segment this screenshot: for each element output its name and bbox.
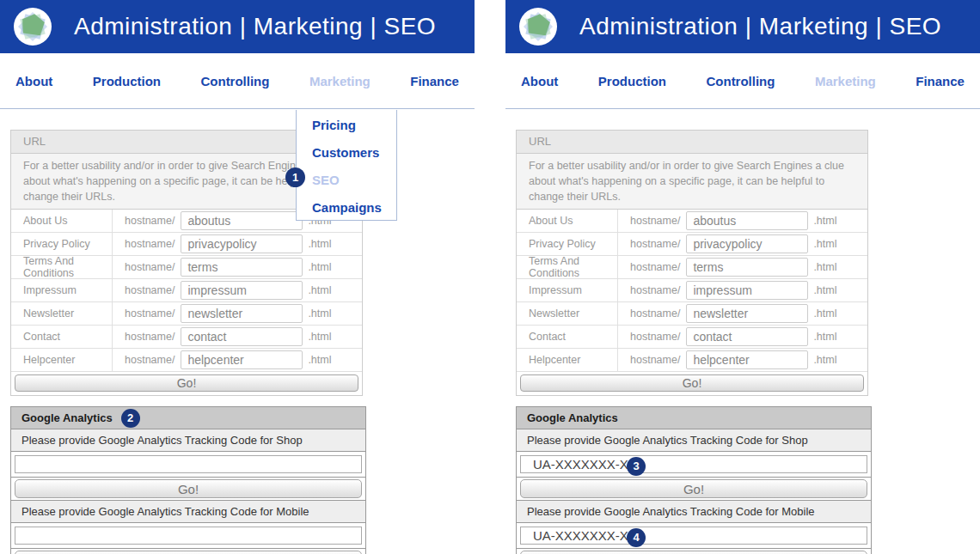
nav-item-marketing[interactable]: Marketing — [815, 74, 876, 88]
hostname-prefix: hostname/ — [630, 331, 680, 343]
shop-go-button[interactable]: Go! — [15, 479, 362, 498]
table-row: Contact hostname/ .html — [517, 326, 867, 349]
table-row: About Us hostname/ .html — [517, 210, 867, 233]
hostname-prefix: hostname/ — [630, 284, 680, 296]
row-label: Contact — [11, 326, 113, 348]
shop-tracking-label: Please provide Google Analytics Tracking… — [517, 429, 871, 452]
row-label: Impressum — [517, 279, 618, 301]
url-input[interactable] — [181, 258, 303, 277]
table-row: Privacy Policy hostname/ .html — [11, 233, 362, 256]
url-input[interactable] — [686, 350, 808, 369]
hostname-prefix: hostname/ — [125, 238, 175, 250]
html-suffix: .html — [308, 261, 331, 273]
hostname-prefix: hostname/ — [630, 354, 680, 366]
dropdown-item-pricing[interactable]: Pricing — [297, 112, 396, 139]
row-label: Terms And Conditions — [11, 256, 113, 278]
google-analytics-section: Google Analytics 2 Please provide Google… — [10, 406, 366, 554]
row-label: Impressum — [11, 279, 113, 301]
hostname-prefix: hostname/ — [630, 215, 680, 227]
row-label: Privacy Policy — [517, 233, 618, 255]
mobile-go-button[interactable]: Go! — [520, 551, 867, 554]
table-row: Helpcenter hostname/ .html — [517, 349, 867, 372]
nav-item-production[interactable]: Production — [93, 74, 161, 88]
mobile-tracking-input[interactable] — [520, 527, 867, 545]
html-suffix: .html — [308, 238, 331, 250]
url-section-description: For a better usability and/or in order t… — [517, 154, 867, 210]
table-row: Newsletter hostname/ .html — [11, 302, 362, 326]
step-badge-1: 1 — [285, 167, 305, 187]
url-input[interactable] — [181, 327, 303, 346]
nav-item-marketing[interactable]: Marketing — [309, 74, 371, 88]
url-input[interactable] — [686, 258, 808, 277]
analytics-section-header: Google Analytics 2 — [11, 407, 365, 429]
row-label: Helpcenter — [11, 349, 113, 371]
url-go-button[interactable]: Go! — [520, 374, 864, 392]
mobile-go-button[interactable]: Go! — [15, 551, 362, 554]
shop-tracking-input[interactable] — [15, 455, 362, 473]
table-row: Contact hostname/ .html — [11, 326, 362, 349]
table-row: Newsletter hostname/ .html — [517, 302, 867, 326]
hostname-prefix: hostname/ — [125, 331, 175, 343]
step-badge-2: 2 — [121, 409, 140, 428]
html-suffix: .html — [308, 284, 331, 296]
main-nav: About Production Controlling Marketing F… — [0, 53, 475, 109]
page-title: Administration | Marketing | SEO — [74, 13, 436, 40]
nav-item-production[interactable]: Production — [598, 74, 666, 88]
url-go-button[interactable]: Go! — [15, 374, 358, 392]
html-suffix: .html — [308, 354, 331, 366]
hostname-prefix: hostname/ — [630, 261, 680, 273]
hostname-prefix: hostname/ — [630, 238, 680, 250]
table-row: Impressum hostname/ .html — [517, 279, 867, 302]
analytics-section-title: Google Analytics — [21, 411, 113, 424]
url-input[interactable] — [686, 234, 808, 253]
nav-item-finance[interactable]: Finance — [410, 74, 459, 88]
mobile-tracking-input[interactable] — [15, 527, 362, 545]
mobile-tracking-label: Please provide Google Analytics Tracking… — [11, 501, 365, 523]
url-input[interactable] — [181, 281, 303, 300]
nav-item-finance[interactable]: Finance — [916, 74, 965, 88]
url-input[interactable] — [686, 211, 808, 230]
dropdown-item-seo[interactable]: SEO — [297, 167, 396, 194]
url-section: URL For a better usability and/or in ord… — [516, 130, 868, 396]
url-input[interactable] — [181, 304, 303, 323]
mobile-tracking-label: Please provide Google Analytics Tracking… — [517, 501, 871, 523]
url-section-title: URL — [517, 131, 867, 154]
url-input[interactable] — [686, 327, 808, 346]
page-title: Administration | Marketing | SEO — [579, 13, 941, 40]
hostname-prefix: hostname/ — [125, 215, 175, 227]
html-suffix: .html — [813, 284, 836, 296]
url-input[interactable] — [181, 211, 303, 230]
dropdown-item-customers[interactable]: Customers — [297, 139, 396, 167]
shop-go-button[interactable]: Go! — [520, 479, 867, 498]
row-label: Terms And Conditions — [517, 256, 618, 278]
row-label: Contact — [517, 326, 618, 348]
panel-left: Administration | Marketing | SEO About P… — [0, 0, 475, 554]
nav-item-controlling[interactable]: Controlling — [706, 74, 775, 88]
table-row: Terms And Conditions hostname/ .html — [11, 256, 362, 279]
app-header: Administration | Marketing | SEO — [0, 0, 475, 53]
app-logo-icon — [519, 8, 557, 46]
dropdown-item-campaigns[interactable]: Campaigns — [297, 194, 396, 222]
shop-tracking-input[interactable] — [520, 455, 867, 473]
nav-item-about[interactable]: About — [15, 74, 52, 88]
shop-tracking-label: Please provide Google Analytics Tracking… — [11, 429, 365, 452]
nav-item-about[interactable]: About — [521, 74, 558, 88]
table-row: Helpcenter hostname/ .html — [11, 349, 362, 372]
hostname-prefix: hostname/ — [125, 284, 175, 296]
hostname-prefix: hostname/ — [630, 307, 680, 320]
table-row: Impressum hostname/ .html — [11, 279, 362, 302]
hostname-prefix: hostname/ — [125, 354, 175, 366]
html-suffix: .html — [308, 331, 331, 343]
url-input[interactable] — [686, 281, 808, 300]
url-input[interactable] — [686, 304, 808, 323]
app-logo-icon — [14, 8, 52, 46]
url-input[interactable] — [181, 234, 303, 253]
url-input[interactable] — [181, 350, 303, 369]
table-row: Terms And Conditions hostname/ .html — [517, 256, 867, 279]
app-header: Administration | Marketing | SEO — [505, 0, 980, 53]
google-analytics-section: Google Analytics Please provide Google A… — [516, 406, 872, 554]
nav-item-controlling[interactable]: Controlling — [200, 74, 269, 88]
html-suffix: .html — [813, 331, 836, 343]
analytics-section-header: Google Analytics — [517, 407, 871, 429]
table-row: Privacy Policy hostname/ .html — [517, 233, 867, 256]
